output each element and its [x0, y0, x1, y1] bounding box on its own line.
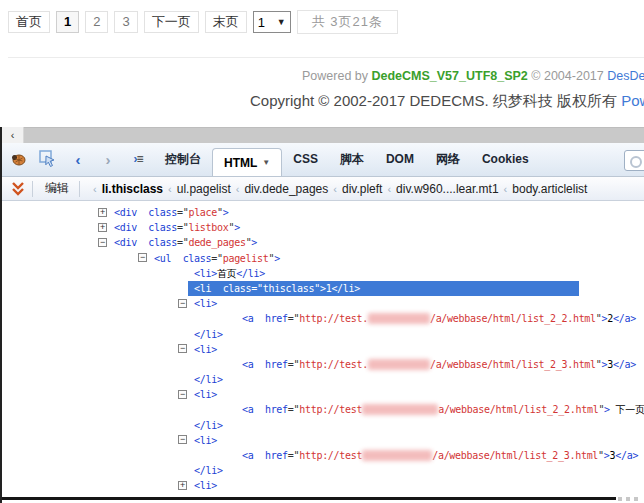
tab-网络[interactable]: 网络	[425, 142, 471, 176]
collapse-icon[interactable]: −	[138, 253, 147, 262]
tree-row-code: <a href="http://test./a/webbase/html/lis…	[242, 311, 636, 326]
tree-row[interactable]: +<li>	[2, 478, 644, 493]
tree-row[interactable]: +<div class="listbox">	[2, 220, 644, 235]
page-button-2[interactable]: 2	[85, 11, 108, 33]
tree-row[interactable]: −<ul class="pagelist">	[2, 251, 644, 266]
breadcrumb-item[interactable]: div.pleft	[342, 182, 382, 196]
breadcrumb-separator-icon: ‹	[333, 183, 337, 195]
tree-row-code: <ul class="pagelist">	[154, 251, 280, 266]
tree-row-code: <a href="http://test/a/webbase/html/list…	[242, 448, 644, 463]
tab-dom[interactable]: DOM	[375, 142, 425, 176]
breadcrumb-separator-icon: ‹	[168, 183, 172, 195]
redacted-domain	[368, 359, 430, 370]
chevron-down-icon: ▼	[262, 158, 270, 167]
expand-icon[interactable]: +	[98, 208, 107, 217]
tree-row-code: <div class="place">	[114, 205, 228, 220]
edit-button[interactable]: 编辑	[41, 180, 73, 197]
powerby-link[interactable]: Power by DedeCms	[621, 92, 644, 109]
page-button-1[interactable]: 1	[56, 11, 79, 33]
tree-row[interactable]: −<li>	[2, 342, 644, 357]
page-count-summary: 共 3页21条	[297, 10, 398, 34]
breadcrumb-item[interactable]: ul.pagelist	[177, 182, 231, 196]
page-select-value: 1	[258, 15, 265, 30]
tree-row[interactable]: </li>	[2, 372, 644, 387]
breadcrumb-item[interactable]: body.articlelist	[512, 182, 587, 196]
page-button-3[interactable]: 3	[114, 11, 137, 33]
tree-row-code: <a href="http://testa/webbase/html/list_…	[242, 402, 644, 417]
breadcrumb-item[interactable]: div.dede_pages	[244, 182, 328, 196]
page-select[interactable]: 1▼	[253, 11, 291, 33]
collapse-icon[interactable]: −	[178, 435, 187, 444]
firebug-toolbar-icons: ‹ › ›≡	[2, 142, 154, 176]
resize-grip[interactable]	[618, 497, 640, 501]
tree-row[interactable]: </li>	[2, 327, 644, 342]
back-icon[interactable]: ‹	[68, 149, 88, 169]
tree-row[interactable]: −<li>	[2, 387, 644, 402]
copyright-text: Copyright © 2002-2017 DEDECMS. 织梦科技 版权所有	[250, 92, 621, 109]
tree-row-selected[interactable]: <li class="thisclass">1</li>	[2, 281, 644, 296]
expand-icon[interactable]: +	[178, 481, 187, 490]
tree-row[interactable]: −<li>	[2, 296, 644, 311]
collapse-icon[interactable]: −	[98, 238, 107, 247]
tree-row[interactable]: <a href="http://test/a/webbase/html/list…	[2, 448, 644, 463]
search-box[interactable]	[624, 150, 644, 171]
tree-row[interactable]: −<div class="dede_pages">	[2, 235, 644, 250]
tree-row-code: </li>	[194, 418, 223, 433]
redacted-domain	[362, 404, 438, 415]
tree-row-code: </li>	[194, 327, 223, 342]
tab-css[interactable]: CSS	[282, 142, 329, 176]
page-button-首页[interactable]: 首页	[8, 11, 50, 33]
redacted-domain	[362, 450, 432, 461]
powered-by-line: Powered by DedeCMS_V57_UTF8_SP2 © 2004-2…	[302, 69, 644, 83]
separator	[79, 181, 80, 197]
breadcrumb-separator-icon: ‹	[387, 183, 391, 195]
tab-cookies[interactable]: Cookies	[471, 142, 540, 176]
collapse-icon[interactable]: −	[178, 344, 187, 353]
redacted-domain	[368, 313, 430, 324]
divider	[8, 57, 644, 58]
collapse-icon[interactable]: −	[178, 299, 187, 308]
expand-icon[interactable]: +	[98, 223, 107, 232]
firebug-tabs: 控制台HTML▼CSS脚本DOM网络Cookies	[154, 142, 540, 176]
firebug-tab-bar: ‹ › ›≡ 控制台HTML▼CSS脚本DOM网络Cookies	[2, 143, 644, 177]
tree-row[interactable]: </li>	[2, 418, 644, 433]
command-line-icon[interactable]: ›≡	[128, 149, 148, 169]
tab-脚本[interactable]: 脚本	[329, 142, 375, 176]
tree-row[interactable]: <li>首页</li>	[2, 266, 644, 281]
tree-row[interactable]: <a href="http://test./a/webbase/html/lis…	[2, 311, 644, 326]
tree-row-code: <li>	[194, 478, 217, 493]
breadcrumb-item[interactable]: div.w960....lear.mt1	[396, 182, 499, 196]
tree-row[interactable]: <a href="http://test./a/webbase/html/lis…	[2, 357, 644, 372]
forward-icon[interactable]: ›	[98, 149, 118, 169]
breadcrumb-separator-icon: ‹	[504, 183, 508, 195]
dedecms-version: DedeCMS_V57_UTF8_SP2	[371, 69, 527, 83]
tree-row-code: <li>首页</li>	[194, 266, 265, 281]
firebug-bug-icon[interactable]	[8, 149, 28, 169]
breadcrumb-separator-icon: ‹	[93, 183, 97, 195]
scroll-left-button[interactable]: ‹	[2, 127, 24, 143]
page-button-下一页[interactable]: 下一页	[144, 11, 199, 33]
screen: 首页123下一页末页1▼共 3页21条 Powered by DedeCMS_V…	[0, 0, 644, 503]
tree-row-code: <li>	[194, 342, 217, 357]
horizontal-scrollbar[interactable]: ‹	[0, 127, 644, 143]
tree-row-code: <li>	[194, 433, 217, 448]
tree-row-code: <div class="listbox">	[114, 220, 240, 235]
tree-row-code: <div class="dede_pages">	[114, 235, 257, 250]
page-button-末页[interactable]: 末页	[205, 11, 247, 33]
desdev-link[interactable]: DesDev Inc.	[607, 69, 644, 83]
breadcrumb-separator-icon: ‹	[236, 183, 240, 195]
tree-row[interactable]: −<li>	[2, 433, 644, 448]
breadcrumb-item[interactable]: li.thisclass	[102, 182, 163, 196]
collapse-icon[interactable]: −	[178, 390, 187, 399]
tab-控制台[interactable]: 控制台	[154, 142, 212, 176]
scrollbar-track[interactable]	[24, 127, 644, 143]
tab-html[interactable]: HTML▼	[212, 148, 282, 176]
tree-row-code: <a href="http://test./a/webbase/html/lis…	[242, 357, 636, 372]
tree-row[interactable]: <a href="http://testa/webbase/html/list_…	[2, 402, 644, 417]
tree-row[interactable]: </li>	[2, 463, 644, 478]
break-on-mutate-icon[interactable]	[10, 181, 26, 197]
powered-by-text: Powered by	[302, 69, 371, 83]
inspect-element-icon[interactable]	[38, 149, 58, 169]
tree-row[interactable]: +<div class="place">	[2, 205, 644, 220]
breadcrumb: ‹li.thisclass‹ul.pagelist‹div.dede_pages…	[88, 182, 587, 196]
